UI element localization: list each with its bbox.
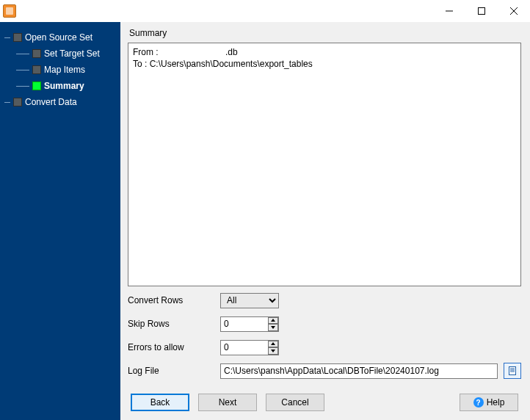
back-button[interactable]: Back [131, 394, 189, 411]
close-button[interactable] [498, 1, 530, 21]
summary-from-line: From : .db [133, 46, 516, 58]
log-file-browse-button[interactable] [504, 363, 521, 379]
next-button[interactable]: Next [198, 394, 257, 411]
wizard-footer: Back Next Cancel ? Help [128, 388, 521, 413]
document-icon [507, 366, 518, 376]
skip-rows-label: Skip Rows [128, 319, 214, 329]
step-label: Set Target Set [44, 48, 100, 59]
summary-heading: Summary [129, 28, 521, 38]
step-summary[interactable]: Summary [9, 81, 120, 91]
svg-marker-4 [271, 319, 275, 322]
errors-allow-label: Errors to allow [128, 342, 214, 352]
help-button[interactable]: ? Help [460, 394, 518, 411]
step-map-items[interactable]: Map Items [9, 65, 120, 75]
wizard-steps-sidebar: Open Source Set Set Target Set Map Items… [0, 22, 120, 420]
svg-marker-6 [271, 342, 275, 345]
step-label: Summary [44, 81, 84, 91]
svg-marker-7 [271, 350, 275, 352]
minimize-button[interactable] [433, 1, 465, 21]
svg-rect-1 [479, 8, 485, 15]
summary-text-area[interactable]: From : .db To : C:\Users\pansh\Documents… [128, 43, 521, 286]
convert-rows-label: Convert Rows [128, 295, 214, 305]
cancel-button[interactable]: Cancel [266, 394, 324, 411]
summary-to-line: To : C:\Users\pansh\Documents\export_tab… [133, 58, 516, 70]
main-panel: Summary From : .db To : C:\Users\pansh\D… [120, 22, 530, 420]
skip-rows-down[interactable] [268, 324, 278, 331]
svg-marker-5 [271, 326, 275, 329]
step-open-source-set[interactable]: Open Source Set [0, 32, 120, 43]
convert-rows-select[interactable]: All [220, 293, 279, 308]
log-file-label: Log File [128, 366, 214, 376]
errors-allow-down[interactable] [268, 347, 278, 355]
svg-rect-8 [509, 367, 516, 375]
step-label: Convert Data [25, 97, 77, 107]
skip-rows-up[interactable] [268, 317, 278, 325]
step-set-target-set[interactable]: Set Target Set [9, 48, 120, 59]
app-icon [3, 4, 16, 18]
maximize-button[interactable] [465, 1, 498, 21]
step-label: Open Source Set [25, 32, 92, 43]
errors-allow-up[interactable] [268, 341, 278, 348]
log-file-input[interactable] [220, 363, 498, 379]
titlebar [0, 0, 530, 22]
step-label: Map Items [44, 65, 85, 75]
help-icon: ? [473, 397, 484, 408]
step-convert-data[interactable]: Convert Data [0, 97, 120, 107]
